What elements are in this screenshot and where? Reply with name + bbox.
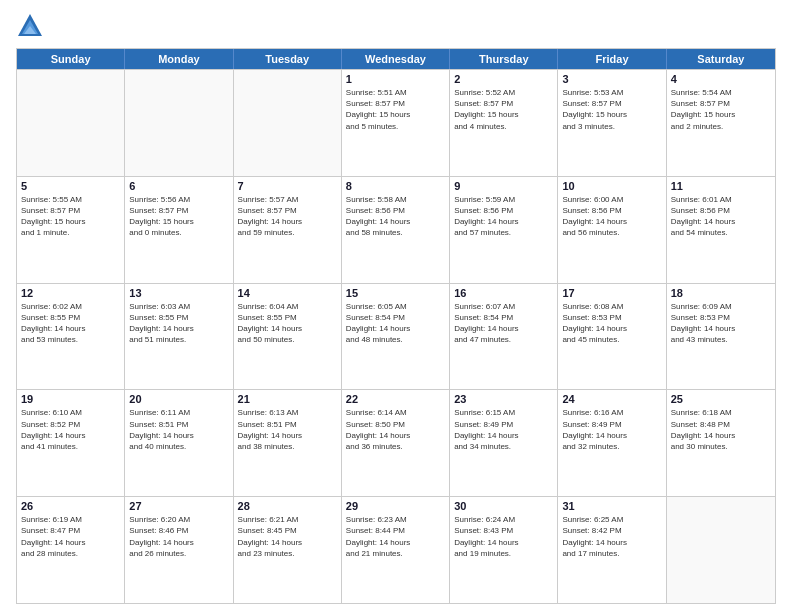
day-info: Sunrise: 6:19 AM Sunset: 8:47 PM Dayligh… [21, 514, 120, 559]
day-number: 24 [562, 393, 661, 405]
day-info: Sunrise: 6:14 AM Sunset: 8:50 PM Dayligh… [346, 407, 445, 452]
calendar-cell: 1Sunrise: 5:51 AM Sunset: 8:57 PM Daylig… [342, 70, 450, 176]
day-number: 21 [238, 393, 337, 405]
calendar-cell: 29Sunrise: 6:23 AM Sunset: 8:44 PM Dayli… [342, 497, 450, 603]
day-number: 27 [129, 500, 228, 512]
day-number: 23 [454, 393, 553, 405]
day-number: 30 [454, 500, 553, 512]
day-info: Sunrise: 6:04 AM Sunset: 8:55 PM Dayligh… [238, 301, 337, 346]
calendar-cell: 23Sunrise: 6:15 AM Sunset: 8:49 PM Dayli… [450, 390, 558, 496]
day-number: 20 [129, 393, 228, 405]
day-info: Sunrise: 6:13 AM Sunset: 8:51 PM Dayligh… [238, 407, 337, 452]
day-info: Sunrise: 5:52 AM Sunset: 8:57 PM Dayligh… [454, 87, 553, 132]
cal-header-cell-tuesday: Tuesday [234, 49, 342, 69]
day-number: 10 [562, 180, 661, 192]
day-number: 11 [671, 180, 771, 192]
day-number: 7 [238, 180, 337, 192]
calendar-cell: 2Sunrise: 5:52 AM Sunset: 8:57 PM Daylig… [450, 70, 558, 176]
day-number: 8 [346, 180, 445, 192]
calendar-cell: 4Sunrise: 5:54 AM Sunset: 8:57 PM Daylig… [667, 70, 775, 176]
day-info: Sunrise: 5:56 AM Sunset: 8:57 PM Dayligh… [129, 194, 228, 239]
day-info: Sunrise: 5:59 AM Sunset: 8:56 PM Dayligh… [454, 194, 553, 239]
calendar-cell: 10Sunrise: 6:00 AM Sunset: 8:56 PM Dayli… [558, 177, 666, 283]
calendar-week-2: 5Sunrise: 5:55 AM Sunset: 8:57 PM Daylig… [17, 176, 775, 283]
day-number: 16 [454, 287, 553, 299]
day-info: Sunrise: 5:58 AM Sunset: 8:56 PM Dayligh… [346, 194, 445, 239]
day-info: Sunrise: 5:55 AM Sunset: 8:57 PM Dayligh… [21, 194, 120, 239]
calendar-cell: 6Sunrise: 5:56 AM Sunset: 8:57 PM Daylig… [125, 177, 233, 283]
calendar-cell: 8Sunrise: 5:58 AM Sunset: 8:56 PM Daylig… [342, 177, 450, 283]
day-info: Sunrise: 6:25 AM Sunset: 8:42 PM Dayligh… [562, 514, 661, 559]
calendar-header: SundayMondayTuesdayWednesdayThursdayFrid… [17, 49, 775, 69]
day-number: 3 [562, 73, 661, 85]
day-info: Sunrise: 6:23 AM Sunset: 8:44 PM Dayligh… [346, 514, 445, 559]
day-number: 6 [129, 180, 228, 192]
calendar-cell: 9Sunrise: 5:59 AM Sunset: 8:56 PM Daylig… [450, 177, 558, 283]
calendar-cell: 16Sunrise: 6:07 AM Sunset: 8:54 PM Dayli… [450, 284, 558, 390]
calendar-cell: 31Sunrise: 6:25 AM Sunset: 8:42 PM Dayli… [558, 497, 666, 603]
day-number: 5 [21, 180, 120, 192]
calendar-cell [125, 70, 233, 176]
day-info: Sunrise: 6:05 AM Sunset: 8:54 PM Dayligh… [346, 301, 445, 346]
cal-header-cell-saturday: Saturday [667, 49, 775, 69]
day-info: Sunrise: 6:00 AM Sunset: 8:56 PM Dayligh… [562, 194, 661, 239]
day-number: 18 [671, 287, 771, 299]
day-number: 28 [238, 500, 337, 512]
logo-icon [16, 12, 44, 40]
day-info: Sunrise: 6:07 AM Sunset: 8:54 PM Dayligh… [454, 301, 553, 346]
calendar-cell: 24Sunrise: 6:16 AM Sunset: 8:49 PM Dayli… [558, 390, 666, 496]
day-info: Sunrise: 5:53 AM Sunset: 8:57 PM Dayligh… [562, 87, 661, 132]
calendar-cell: 15Sunrise: 6:05 AM Sunset: 8:54 PM Dayli… [342, 284, 450, 390]
calendar-cell: 19Sunrise: 6:10 AM Sunset: 8:52 PM Dayli… [17, 390, 125, 496]
calendar-week-3: 12Sunrise: 6:02 AM Sunset: 8:55 PM Dayli… [17, 283, 775, 390]
calendar-cell: 21Sunrise: 6:13 AM Sunset: 8:51 PM Dayli… [234, 390, 342, 496]
day-info: Sunrise: 6:11 AM Sunset: 8:51 PM Dayligh… [129, 407, 228, 452]
day-info: Sunrise: 5:54 AM Sunset: 8:57 PM Dayligh… [671, 87, 771, 132]
cal-header-cell-wednesday: Wednesday [342, 49, 450, 69]
calendar-cell [667, 497, 775, 603]
calendar-week-1: 1Sunrise: 5:51 AM Sunset: 8:57 PM Daylig… [17, 69, 775, 176]
day-number: 14 [238, 287, 337, 299]
calendar-cell: 20Sunrise: 6:11 AM Sunset: 8:51 PM Dayli… [125, 390, 233, 496]
day-info: Sunrise: 6:03 AM Sunset: 8:55 PM Dayligh… [129, 301, 228, 346]
cal-header-cell-monday: Monday [125, 49, 233, 69]
day-info: Sunrise: 5:51 AM Sunset: 8:57 PM Dayligh… [346, 87, 445, 132]
day-number: 22 [346, 393, 445, 405]
calendar-cell: 13Sunrise: 6:03 AM Sunset: 8:55 PM Dayli… [125, 284, 233, 390]
calendar-cell: 22Sunrise: 6:14 AM Sunset: 8:50 PM Dayli… [342, 390, 450, 496]
day-info: Sunrise: 6:20 AM Sunset: 8:46 PM Dayligh… [129, 514, 228, 559]
calendar-cell: 25Sunrise: 6:18 AM Sunset: 8:48 PM Dayli… [667, 390, 775, 496]
cal-header-cell-friday: Friday [558, 49, 666, 69]
day-info: Sunrise: 6:10 AM Sunset: 8:52 PM Dayligh… [21, 407, 120, 452]
calendar-cell [234, 70, 342, 176]
calendar-cell: 28Sunrise: 6:21 AM Sunset: 8:45 PM Dayli… [234, 497, 342, 603]
day-info: Sunrise: 6:18 AM Sunset: 8:48 PM Dayligh… [671, 407, 771, 452]
calendar-cell: 18Sunrise: 6:09 AM Sunset: 8:53 PM Dayli… [667, 284, 775, 390]
calendar-cell: 3Sunrise: 5:53 AM Sunset: 8:57 PM Daylig… [558, 70, 666, 176]
calendar-cell: 30Sunrise: 6:24 AM Sunset: 8:43 PM Dayli… [450, 497, 558, 603]
day-number: 9 [454, 180, 553, 192]
day-number: 13 [129, 287, 228, 299]
day-info: Sunrise: 5:57 AM Sunset: 8:57 PM Dayligh… [238, 194, 337, 239]
day-number: 15 [346, 287, 445, 299]
calendar: SundayMondayTuesdayWednesdayThursdayFrid… [16, 48, 776, 604]
day-number: 4 [671, 73, 771, 85]
day-number: 31 [562, 500, 661, 512]
day-info: Sunrise: 6:09 AM Sunset: 8:53 PM Dayligh… [671, 301, 771, 346]
day-info: Sunrise: 6:08 AM Sunset: 8:53 PM Dayligh… [562, 301, 661, 346]
day-info: Sunrise: 6:15 AM Sunset: 8:49 PM Dayligh… [454, 407, 553, 452]
day-number: 12 [21, 287, 120, 299]
day-number: 1 [346, 73, 445, 85]
day-number: 25 [671, 393, 771, 405]
calendar-week-4: 19Sunrise: 6:10 AM Sunset: 8:52 PM Dayli… [17, 389, 775, 496]
day-number: 19 [21, 393, 120, 405]
calendar-cell: 7Sunrise: 5:57 AM Sunset: 8:57 PM Daylig… [234, 177, 342, 283]
page: SundayMondayTuesdayWednesdayThursdayFrid… [0, 0, 792, 612]
day-info: Sunrise: 6:02 AM Sunset: 8:55 PM Dayligh… [21, 301, 120, 346]
calendar-cell: 11Sunrise: 6:01 AM Sunset: 8:56 PM Dayli… [667, 177, 775, 283]
day-info: Sunrise: 6:16 AM Sunset: 8:49 PM Dayligh… [562, 407, 661, 452]
logo [16, 12, 48, 40]
day-number: 29 [346, 500, 445, 512]
calendar-week-5: 26Sunrise: 6:19 AM Sunset: 8:47 PM Dayli… [17, 496, 775, 603]
calendar-body: 1Sunrise: 5:51 AM Sunset: 8:57 PM Daylig… [17, 69, 775, 603]
